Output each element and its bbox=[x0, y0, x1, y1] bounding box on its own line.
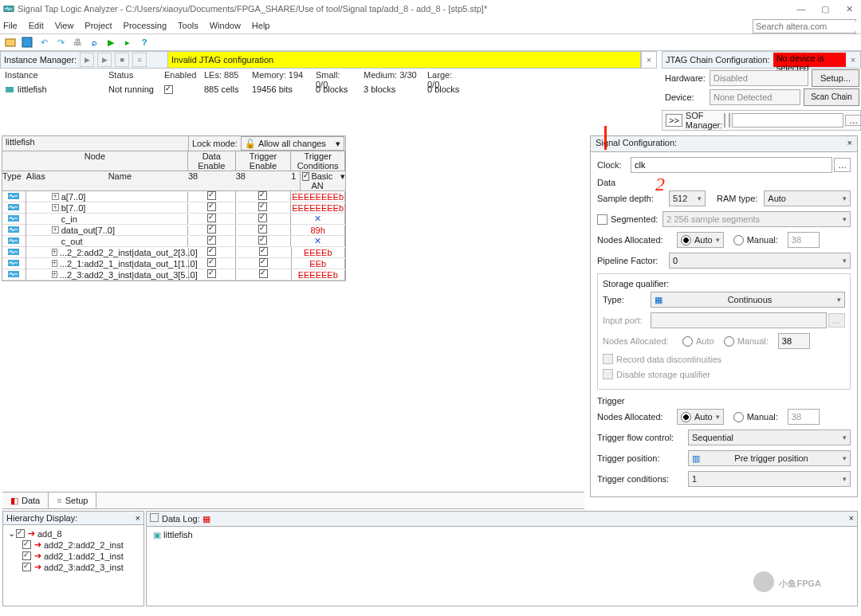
hierarchy-tree[interactable]: ⌄➔add_8 ➔add2_2:add2_2_inst ➔add2_1:add2… bbox=[3, 525, 144, 576]
segmented-checkbox[interactable] bbox=[597, 214, 611, 225]
menu-window[interactable]: Window bbox=[210, 21, 241, 30]
sof-path-input[interactable] bbox=[732, 113, 843, 128]
tree-expand-icon[interactable]: ⌄ bbox=[8, 528, 16, 539]
tool-find-icon[interactable]: ⌕ bbox=[87, 35, 101, 49]
tool-open-icon[interactable] bbox=[3, 35, 18, 49]
sq-type-select[interactable]: ▦Continuous bbox=[651, 292, 845, 308]
pos-select[interactable]: ▥Pre trigger position bbox=[688, 450, 851, 466]
jtag-close[interactable]: × bbox=[846, 55, 860, 65]
sof-browse-button[interactable]: … bbox=[845, 115, 861, 126]
inst-enabled-checkbox[interactable] bbox=[164, 85, 173, 94]
lock-mode-select[interactable]: 🔓Allow all changes▾ bbox=[241, 136, 344, 151]
sub-tc[interactable]: 1Basic AN▾ bbox=[291, 171, 345, 190]
row-te-check[interactable] bbox=[258, 202, 267, 211]
hdr-trigger-conditions[interactable]: Trigger Conditions bbox=[291, 151, 345, 171]
data-log-item[interactable]: littlefish bbox=[163, 530, 193, 539]
menu-help[interactable]: Help bbox=[252, 21, 270, 30]
nodes-alloc-auto-radio[interactable]: Auto bbox=[677, 232, 724, 248]
menu-processing[interactable]: Processing bbox=[124, 21, 167, 30]
trig-manual-value[interactable] bbox=[788, 409, 820, 425]
sample-depth-select[interactable]: 512 bbox=[669, 190, 706, 206]
table-row[interactable]: +b[7..0]EEEEEEEEb bbox=[2, 202, 345, 214]
device-select[interactable]: None Detected bbox=[710, 89, 800, 105]
tree-c1-check[interactable] bbox=[22, 551, 31, 560]
search-box[interactable]: ● bbox=[753, 19, 856, 33]
sof-program-icon[interactable] bbox=[729, 113, 730, 128]
row-de-check[interactable] bbox=[207, 269, 216, 278]
im-btn2[interactable]: ▶ bbox=[97, 53, 112, 67]
menu-tools[interactable]: Tools bbox=[178, 21, 199, 30]
sub-de[interactable]: 38 bbox=[188, 171, 236, 190]
menu-view[interactable]: View bbox=[55, 21, 74, 30]
setup-button[interactable]: Setup... bbox=[812, 69, 859, 87]
tab-data[interactable]: ◧Data bbox=[2, 492, 49, 508]
table-row[interactable]: c_in✕ bbox=[2, 214, 345, 225]
tree-c2-check[interactable] bbox=[22, 563, 31, 571]
trig-manual-radio[interactable]: Manual: bbox=[733, 412, 778, 422]
close-button[interactable]: ✕ bbox=[837, 0, 861, 18]
minimize-button[interactable]: — bbox=[789, 0, 813, 18]
im-btn4[interactable]: ≡ bbox=[132, 53, 147, 67]
row-tc[interactable]: EEEEEEEEb bbox=[291, 192, 345, 202]
tool-undo-icon[interactable]: ↶ bbox=[37, 35, 51, 49]
tool-run-icon[interactable]: ▶ bbox=[104, 35, 118, 49]
row-de-check[interactable] bbox=[207, 225, 216, 233]
table-row[interactable]: +...2_1:add2_1_inst|data_out_1[1..0]EEb bbox=[2, 258, 345, 269]
row-tc[interactable]: EEEEEEb bbox=[292, 270, 345, 280]
expand-icon[interactable]: + bbox=[52, 226, 59, 233]
tree-root-check[interactable] bbox=[16, 529, 25, 538]
menu-file[interactable]: File bbox=[3, 21, 18, 30]
row-de-check[interactable] bbox=[207, 214, 216, 222]
table-row[interactable]: +data_out[7..0]89h bbox=[2, 225, 345, 236]
nodes-alloc-manual-value[interactable] bbox=[788, 232, 820, 248]
hierarchy-display-close[interactable]: × bbox=[136, 513, 140, 523]
row-te-check[interactable] bbox=[259, 247, 268, 256]
sub-tc-check[interactable] bbox=[302, 172, 309, 181]
expand-icon[interactable]: + bbox=[52, 260, 57, 267]
row-de-check[interactable] bbox=[207, 236, 216, 245]
row-tc[interactable]: ✕ bbox=[291, 214, 345, 224]
trig-auto-radio[interactable]: Auto bbox=[677, 409, 724, 425]
table-row[interactable]: c_out✕ bbox=[2, 236, 345, 247]
row-te-check[interactable] bbox=[258, 191, 267, 200]
instance-row-name[interactable]: littlefish bbox=[5, 83, 99, 96]
instance-manager-close[interactable]: × bbox=[641, 51, 657, 69]
flow-select[interactable]: Sequential bbox=[688, 430, 851, 445]
scan-chain-button[interactable]: Scan Chain bbox=[804, 88, 859, 106]
sof-expand-button[interactable]: >> bbox=[666, 114, 682, 127]
table-row[interactable]: +...2_3:add2_3_inst|data_out_3[5..0]EEEE… bbox=[2, 269, 345, 281]
cond-select[interactable]: 1 bbox=[688, 471, 851, 487]
tool-run2-icon[interactable]: ▸ bbox=[120, 35, 135, 49]
row-tc[interactable]: EEEEb bbox=[292, 248, 345, 257]
data-log-check[interactable] bbox=[150, 513, 159, 522]
hdr-trigger-enable[interactable]: Trigger Enable bbox=[236, 151, 292, 171]
table-row[interactable]: +a[7..0]EEEEEEEEb bbox=[2, 191, 345, 202]
expand-icon[interactable]: + bbox=[52, 204, 59, 211]
row-de-check[interactable] bbox=[207, 202, 216, 211]
hardware-select[interactable]: Disabled bbox=[710, 70, 808, 86]
clock-browse-button[interactable]: … bbox=[834, 158, 851, 172]
nodes-alloc-manual-radio[interactable]: Manual: bbox=[733, 235, 778, 245]
expand-icon[interactable]: + bbox=[52, 193, 59, 200]
im-btn1[interactable]: ▶ bbox=[80, 53, 94, 67]
data-log-close[interactable]: × bbox=[849, 513, 854, 524]
row-de-check[interactable] bbox=[207, 191, 216, 200]
maximize-button[interactable]: ▢ bbox=[813, 0, 837, 18]
clock-input[interactable] bbox=[631, 157, 832, 173]
search-input[interactable] bbox=[756, 22, 861, 31]
sigconf-close[interactable]: × bbox=[847, 138, 852, 150]
row-tc[interactable]: ✕ bbox=[291, 236, 345, 246]
tool-save-icon[interactable] bbox=[20, 35, 34, 49]
table-row[interactable]: +...2_2:add2_2_inst|data_out_2[3..0]EEEE… bbox=[2, 247, 345, 258]
tool-print-icon[interactable]: 🖶 bbox=[70, 35, 85, 49]
menu-edit[interactable]: Edit bbox=[29, 21, 44, 30]
im-btn3[interactable]: ■ bbox=[115, 53, 129, 67]
tab-setup[interactable]: ≡Setup bbox=[49, 492, 96, 508]
hdr-name[interactable]: Name bbox=[49, 171, 188, 190]
hdr-type[interactable]: Type bbox=[2, 171, 26, 190]
expand-icon[interactable]: + bbox=[52, 249, 57, 256]
row-te-check[interactable] bbox=[258, 214, 267, 222]
hdr-data-enable[interactable]: Data Enable bbox=[188, 151, 236, 171]
sof-attach-icon[interactable] bbox=[724, 113, 725, 128]
row-tc[interactable]: EEb bbox=[292, 259, 345, 269]
